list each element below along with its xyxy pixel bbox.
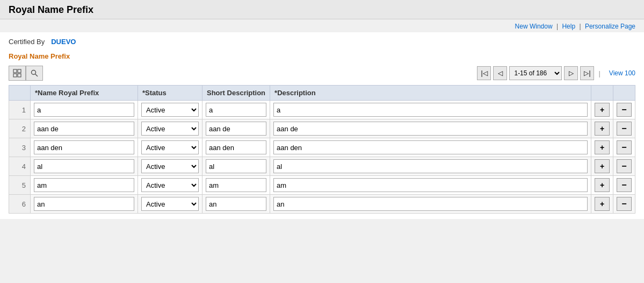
col-header-del [613,86,635,101]
name-input[interactable] [34,122,134,136]
description-input[interactable] [273,140,588,154]
col-header-add [591,86,613,101]
pagination: |◁ ◁ 1-15 of 186 16-30 of 186 31-45 of 1… [477,66,635,80]
description-cell [270,176,591,195]
svg-line-5 [35,74,38,77]
svg-rect-1 [18,69,21,73]
page-range-select[interactable]: 1-15 of 186 16-30 of 186 31-45 of 186 [509,66,562,80]
delete-row-cell: − [613,176,635,195]
table-row: 4ActiveInactive+− [9,157,635,176]
certified-by-label: Certified By [9,38,45,46]
add-row-cell: + [591,157,613,176]
prev-page-button[interactable]: ◁ [493,66,507,80]
personalize-link[interactable]: Personalize Page [585,23,635,30]
delete-row-cell: − [613,157,635,176]
add-row-button[interactable]: + [595,122,610,136]
name-input[interactable] [34,197,134,211]
name-cell [31,157,138,176]
row-number: 4 [9,157,31,176]
svg-point-4 [32,70,36,75]
add-row-cell: + [591,101,613,119]
name-cell [31,138,138,157]
description-cell [270,138,591,157]
add-row-cell: + [591,195,613,214]
status-cell: ActiveInactive [138,138,202,157]
status-cell: ActiveInactive [138,101,202,119]
section-title: Royal Name Prefix [9,52,635,60]
short-desc-input[interactable] [206,197,266,211]
description-cell [270,101,591,119]
description-input[interactable] [273,122,588,136]
first-page-button[interactable]: |◁ [477,66,491,80]
grid-view-button[interactable] [9,66,26,81]
description-input[interactable] [273,197,588,211]
delete-row-button[interactable]: − [617,140,632,154]
add-row-button[interactable]: + [595,103,610,117]
row-number: 3 [9,138,31,157]
svg-rect-0 [13,69,17,73]
status-select[interactable]: ActiveInactive [141,103,199,117]
delete-row-button[interactable]: − [617,103,632,117]
description-cell [270,195,591,214]
status-select[interactable]: ActiveInactive [141,159,199,173]
delete-row-cell: − [613,101,635,119]
help-link[interactable]: Help [562,23,575,30]
status-cell: ActiveInactive [138,195,202,214]
search-icon [30,69,39,77]
next-page-button[interactable]: ▷ [564,66,578,80]
row-number: 1 [9,101,31,119]
add-row-button[interactable]: + [595,178,610,192]
description-cell [270,157,591,176]
name-input[interactable] [34,140,134,154]
add-row-button[interactable]: + [595,140,610,154]
delete-row-cell: − [613,119,635,138]
col-header-name: *Name Royal Prefix [31,86,138,101]
status-cell: ActiveInactive [138,176,202,195]
col-header-status: *Status [138,86,202,101]
add-row-cell: + [591,119,613,138]
name-input[interactable] [34,103,134,117]
status-select[interactable]: ActiveInactive [141,197,199,211]
new-window-link[interactable]: New Window [515,23,553,30]
search-button[interactable] [26,66,43,81]
page-title: Royal Name Prefix [9,4,93,15]
delete-row-button[interactable]: − [617,159,632,173]
short-desc-cell [202,119,270,138]
delete-row-cell: − [613,195,635,214]
data-table: *Name Royal Prefix *Status Short Descrip… [9,85,635,214]
short-desc-input[interactable] [206,159,266,173]
delete-row-button[interactable]: − [617,122,632,136]
description-input[interactable] [273,103,588,117]
status-cell: ActiveInactive [138,119,202,138]
description-cell [270,119,591,138]
short-desc-cell [202,176,270,195]
name-cell [31,195,138,214]
delete-row-button[interactable]: − [617,178,632,192]
delete-row-button[interactable]: − [617,197,632,211]
short-desc-input[interactable] [206,122,266,136]
name-input[interactable] [34,159,134,173]
status-select[interactable]: ActiveInactive [141,178,199,192]
row-number: 2 [9,119,31,138]
description-input[interactable] [273,178,588,192]
short-desc-input[interactable] [206,140,266,154]
last-page-button[interactable]: ▷| [580,66,594,80]
add-row-button[interactable]: + [595,159,610,173]
table-row: 2ActiveInactive+− [9,119,635,138]
short-desc-cell [202,195,270,214]
add-row-button[interactable]: + [595,197,610,211]
short-desc-input[interactable] [206,178,266,192]
svg-rect-2 [13,74,17,77]
view-100-link[interactable]: View 100 [609,69,635,77]
description-input[interactable] [273,159,588,173]
short-desc-cell [202,138,270,157]
svg-rect-3 [18,74,21,77]
name-input[interactable] [34,178,134,192]
short-desc-input[interactable] [206,103,266,117]
name-cell [31,176,138,195]
add-row-cell: + [591,176,613,195]
status-select[interactable]: ActiveInactive [141,122,199,136]
name-cell [31,101,138,119]
top-links-bar: New Window | Help | Personalize Page [0,19,644,32]
status-select[interactable]: ActiveInactive [141,140,199,154]
